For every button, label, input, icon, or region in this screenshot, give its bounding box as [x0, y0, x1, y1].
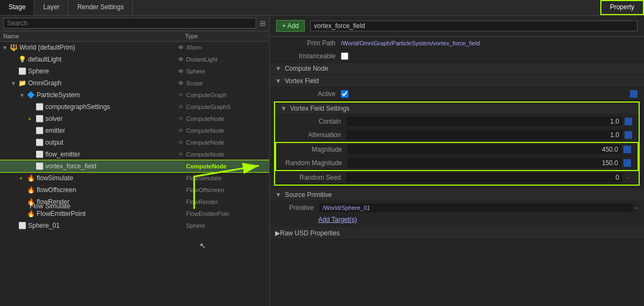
active-checkbox[interactable] — [341, 90, 348, 98]
tab-stage[interactable]: Stage — [0, 0, 35, 15]
random-seed-row: Random Seed - — [275, 171, 639, 185]
active-blue-btn[interactable] — [630, 90, 638, 98]
icon-vortex-force-field: ⬜ — [36, 162, 44, 170]
source-primitive-row: Primitive /World/Sphere_01 - — [270, 201, 644, 214]
vis-flow-emitter[interactable]: 👁 — [175, 151, 186, 158]
section-raw-usd[interactable]: ▶ Raw USD Properties — [270, 227, 644, 240]
arrow-source-primitive: ▼ — [275, 191, 282, 199]
prim-path-row: Prim Path /World/OmniGraph/ParticleSyste… — [270, 37, 644, 50]
toggle-flowsimulate[interactable]: + — [19, 175, 27, 181]
tree-row-sphere[interactable]: ⬜ Sphere 👁 Sphere — [0, 65, 269, 77]
vis-omnigraph[interactable]: 👁 — [175, 80, 186, 86]
magnitude-highlight-box: Magnitude Random Magnitude — [275, 142, 639, 171]
icon-solver: ⬜ — [36, 115, 44, 123]
tree-row-solver[interactable]: + ⬜ solver 👁 ComputeNode — [0, 113, 269, 125]
label-emitter: emitter — [45, 127, 175, 134]
random-magnitude-blue-btn[interactable] — [624, 159, 631, 167]
tree-area[interactable]: ▼ 🔱 World (defaultPrim) 👁 Xform 💡 defaul… — [0, 42, 269, 306]
random-magnitude-input[interactable] — [347, 158, 621, 168]
instanceable-checkbox[interactable] — [341, 52, 348, 60]
label-computegraphsettings: computegraphSettings — [45, 103, 175, 111]
search-bar: ⊞ — [0, 16, 269, 31]
vis-world[interactable]: 👁 — [175, 44, 186, 51]
tree-row-particlesystem[interactable]: ▼ 🔷 ParticleSystem 👁 ComputeGraph — [0, 89, 269, 101]
vis-sphere[interactable]: 👁 — [175, 68, 186, 74]
add-button[interactable]: + Add — [276, 20, 305, 32]
vis-defaultlight[interactable]: 👁 — [175, 56, 186, 63]
section-source-primitive[interactable]: ▼ Source Primitive — [270, 189, 644, 201]
tree-row-flow-emitter[interactable]: ⬜ flow_emitter 👁 ComputeNode — [0, 148, 269, 160]
contain-input[interactable] — [346, 117, 622, 126]
vis-particlesystem[interactable]: 👁 — [175, 92, 186, 98]
tree-row-flowsimulate[interactable]: + 🔥 flowSimulate FlowSimulate — [0, 172, 269, 184]
label-flowoffscreen: flowOffscreen — [37, 186, 175, 194]
tree-row-flowoffscreen[interactable]: 🔥 flowOffscreen FlowOffscreen — [0, 184, 269, 196]
random-magnitude-row: Random Magnitude — [276, 157, 638, 170]
section-vortex-field-settings-label: Vortex Field Settings — [290, 105, 350, 112]
instanceable-label: Instanceable — [276, 52, 341, 60]
icon-sphere: ⬜ — [18, 67, 26, 75]
toggle-particlesystem[interactable]: ▼ — [19, 92, 27, 98]
type-flowrender: FlowRender — [186, 199, 267, 205]
tree-row-omnigraph[interactable]: ▼ 📁 OmniGraph 👁 Scope — [0, 77, 269, 89]
icon-flowemitterpoint: 🔥 — [27, 210, 35, 217]
prop-top: + Add — [270, 16, 644, 37]
icon-output: ⬜ — [36, 139, 44, 146]
type-output: ComputeNode — [186, 139, 267, 146]
tree-row-emitter[interactable]: ⬜ emitter 👁 ComputeNode — [0, 125, 269, 137]
stage-panel: ⊞ Name Type ▼ 🔱 World (defaultPrim) 👁 Xf… — [0, 16, 270, 306]
tab-render-settings[interactable]: Render Settings — [68, 0, 133, 15]
type-particlesystem: ComputeGraph — [186, 92, 267, 98]
contain-blue-btn[interactable] — [625, 118, 632, 125]
magnitude-input[interactable] — [347, 145, 621, 154]
attenuation-blue-btn[interactable] — [625, 131, 632, 139]
vis-computegraphsettings[interactable]: 👁 — [175, 104, 186, 110]
tree-row-computegraphsettings[interactable]: ⬜ computegraphSettings 👁 ComputeGraphS — [0, 101, 269, 113]
section-compute-node[interactable]: ▼ Compute Node — [270, 63, 644, 75]
col-name-header: Name — [3, 33, 174, 39]
random-seed-label: Random Seed — [282, 174, 346, 181]
tree-row-vortex-force-field[interactable]: ⬜ vortex_force_field ComputeNode — [0, 160, 269, 172]
magnitude-label: Magnitude — [283, 146, 347, 153]
attenuation-input[interactable] — [346, 130, 622, 140]
section-vortex-field-settings[interactable]: ▼ Vortex Field Settings — [275, 103, 639, 115]
prim-path-value: /World/OmniGraph/ParticleSystem/vortex_f… — [341, 40, 638, 46]
random-magnitude-label: Random Magnitude — [283, 159, 347, 167]
attenuation-row: Attenuation — [275, 128, 639, 142]
label-particlesystem: ParticleSystem — [37, 91, 175, 99]
toggle-omnigraph[interactable]: ▼ — [11, 80, 18, 86]
magnitude-row: Magnitude — [276, 143, 638, 157]
type-world: Xform — [186, 44, 267, 51]
prop-name-input[interactable] — [310, 21, 638, 31]
icon-flow-emitter: ⬜ — [36, 151, 44, 158]
instanceable-row: Instanceable — [270, 50, 644, 63]
random-seed-input[interactable] — [346, 173, 622, 182]
tab-property[interactable]: Property — [600, 0, 644, 15]
type-vortex-force-field: ComputeNode — [186, 163, 267, 169]
col-vis-header — [174, 33, 185, 39]
toggle-world[interactable]: ▼ — [2, 45, 10, 51]
magnitude-blue-btn[interactable] — [624, 146, 631, 153]
primitive-minus-btn[interactable]: - — [635, 203, 638, 212]
vortex-field-settings-box: ▼ Vortex Field Settings Contain Attenuat… — [274, 101, 640, 186]
vis-emitter[interactable]: 👁 — [175, 127, 186, 134]
icon-world: 🔱 — [10, 44, 18, 51]
section-vortex-field[interactable]: ▼ Vortex Field — [270, 75, 644, 87]
attenuation-label: Attenuation — [282, 131, 346, 139]
toggle-solver[interactable]: + — [28, 116, 36, 122]
label-vortex-force-field: vortex_force_field — [45, 162, 175, 170]
filter-icon[interactable]: ⊞ — [259, 19, 266, 28]
tree-row-sphere01[interactable]: ⬜ Sphere_01 Sphere — [0, 220, 269, 232]
vis-output[interactable]: 👁 — [175, 139, 186, 146]
search-input[interactable] — [3, 18, 256, 29]
tree-row-defaultlight[interactable]: 💡 defaultLight 👁 DistantLight — [0, 53, 269, 65]
tree-row-world[interactable]: ▼ 🔱 World (defaultPrim) 👁 Xform — [0, 42, 269, 53]
add-target-button[interactable]: Add Target(s) — [318, 216, 357, 223]
tree-row-output[interactable]: ⬜ output 👁 ComputeNode — [0, 137, 269, 148]
vis-solver[interactable]: 👁 — [175, 115, 186, 122]
prim-path-label: Prim Path — [276, 39, 341, 47]
arrow-vortex-field-settings: ▼ — [280, 105, 287, 112]
tab-layer[interactable]: Layer — [35, 0, 68, 15]
primitive-label: Primitive — [276, 204, 319, 212]
section-raw-usd-label: Raw USD Properties — [280, 229, 340, 237]
